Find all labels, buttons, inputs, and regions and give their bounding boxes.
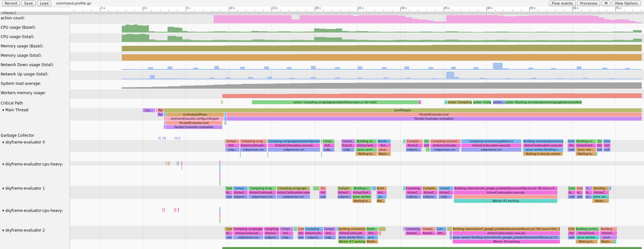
save-button[interactable]: Save [21, 1, 36, 6]
time-ruler[interactable]: -5 s0 s5 s10 s15 s20 s25 s30 s35 s40 s45… [70, 7, 644, 12]
counter-chart-network-up[interactable] [70, 71, 644, 80]
trace-block[interactable]: ActionC... [600, 231, 617, 235]
trace-block[interactable]: Act [597, 144, 602, 147]
trace-block[interactable]: action 'Compiling src/google/protobuf/de… [252, 100, 419, 104]
trace-block[interactable]: Compiling... [264, 227, 279, 231]
track-header-main-thread[interactable]: ▾ Main Thread [2, 108, 28, 112]
trace-block[interactable]: Waitin... [366, 240, 378, 244]
trace-block[interactable] [169, 161, 170, 165]
trace-block[interactable]: Ac... [576, 191, 583, 194]
trace-block[interactable]: Parallel Evaluator evaluation [165, 125, 222, 129]
trace-block[interactable] [179, 137, 180, 140]
trace-block[interactable] [219, 216, 220, 219]
trace-block[interactable]: ActionC... [405, 231, 421, 235]
trace-block[interactable]: Com [226, 186, 233, 190]
trace-block[interactable]: ActionContinuation.execute [461, 144, 521, 147]
trace-block[interactable] [321, 139, 322, 143]
counter-chart-cpu-total[interactable] [70, 33, 644, 43]
trace-block[interactable] [445, 100, 447, 104]
trace-block[interactable]: skyframeExecutor.configureTargets [166, 117, 224, 121]
trace-block[interactable] [225, 227, 225, 231]
trace-block[interactable]: action... [493, 100, 505, 104]
trace-block[interactable]: Co [319, 186, 326, 190]
trace-block[interactable]: subp... [341, 148, 354, 152]
trace-block[interactable]: Compili... [338, 186, 352, 190]
trace-block[interactable]: subproc... [406, 195, 421, 199]
trace-block[interactable]: Act [568, 144, 575, 147]
trace-block[interactable]: subprocess.run [248, 195, 276, 199]
trace-block[interactable] [177, 161, 178, 165]
trace-block[interactable]: subproc... [406, 148, 421, 152]
trace-block[interactable]: Acti... [436, 231, 446, 235]
trace-block[interactable]: Building src/main/java/com/go... [523, 139, 563, 143]
counter-chart-cpu-bazel[interactable] [70, 24, 644, 33]
trace-block[interactable] [219, 165, 220, 171]
track-header-skyframe-evaluator-2[interactable]: ▾ skyframe-evaluator 2 [2, 228, 45, 233]
trace-block[interactable] [224, 117, 226, 121]
trace-block[interactable]: ActionC... [422, 231, 436, 235]
trace-block[interactable]: C... [585, 186, 592, 190]
trace-block[interactable]: sub [576, 195, 583, 199]
trace-block[interactable] [156, 108, 157, 112]
trace-block[interactable]: Act [298, 231, 304, 235]
trace-block[interactable]: buildTargets [164, 108, 642, 112]
trace-block[interactable]: subprocess.run [268, 148, 320, 152]
trace-block[interactable]: Java... [366, 235, 378, 239]
trace-block[interactable] [225, 139, 225, 143]
trace-block[interactable] [174, 208, 175, 212]
trace-block[interactable]: Building external/com_google_protobuf/ja… [453, 227, 560, 231]
trace-block[interactable]: Javac wor... [576, 148, 596, 152]
trace-block[interactable] [379, 227, 386, 231]
trace-block[interactable]: Compiling src/main/cpp/blaze.cc [461, 139, 521, 143]
trace-block[interactable] [219, 180, 220, 185]
trace-block[interactable]: Building external/com_google_protobuf/ja… [454, 186, 557, 190]
trace-block[interactable]: Com [298, 227, 304, 231]
trace-block[interactable]: Acti... [226, 144, 239, 147]
trace-block[interactable] [163, 137, 163, 140]
trace-block[interactable]: Javac... [378, 148, 391, 152]
trace-block[interactable]: Waitin... [378, 152, 391, 156]
trace-block[interactable]: Waiting to... [352, 199, 371, 203]
trace-block[interactable] [178, 208, 179, 212]
trace-block[interactable]: Compiling... [405, 227, 421, 231]
trace-block[interactable]: Com [576, 186, 583, 190]
track-header-skyframe-evaluator-1[interactable]: ▾ skyframe-evaluator 1 [2, 186, 45, 191]
trace-block[interactable] [614, 240, 616, 244]
trace-block[interactable]: Com [568, 227, 575, 231]
trace-block[interactable] [165, 137, 166, 140]
trace-block[interactable] [447, 227, 452, 231]
trace-block[interactable] [181, 161, 182, 165]
trace-block[interactable]: subprocess.run [277, 195, 310, 199]
trace-block[interactable] [225, 113, 226, 116]
trace-block[interactable]: Building... [592, 186, 609, 190]
trace-block[interactable] [160, 137, 160, 140]
trace-block[interactable]: Building s... [352, 186, 371, 190]
trace-block[interactable]: ActionC... [233, 191, 248, 194]
trace-block[interactable]: sub [568, 148, 575, 152]
trace-block[interactable]: Buildin... [378, 139, 391, 143]
trace-block[interactable]: Waiting to borrow worker [523, 152, 563, 156]
trace-block[interactable]: sub [603, 148, 610, 152]
trace-block[interactable]: ActionC... [341, 144, 355, 147]
trace-block[interactable]: Worker #3 working [453, 240, 560, 244]
trace-block[interactable]: subp... [226, 148, 239, 152]
trace-block[interactable]: subproc... [423, 195, 437, 199]
trace-block[interactable] [164, 121, 166, 125]
trace-block[interactable]: Compiling src/core/... [430, 139, 461, 143]
trace-block[interactable] [219, 219, 220, 223]
trace-block[interactable]: Worker #1 working [454, 199, 557, 203]
trace-block[interactable]: Worker #7 working [338, 240, 366, 244]
trace-block[interactable]: Act [603, 144, 610, 147]
trace-block[interactable]: Compiling src/google... [277, 186, 310, 190]
trace-block[interactable]: ActionC... [406, 144, 423, 147]
processes-button[interactable]: Processes [577, 1, 600, 6]
trace-block[interactable] [164, 117, 166, 121]
trace-block[interactable]: ActionConti... [352, 191, 371, 194]
trace-block[interactable]: subproc... [338, 195, 352, 199]
trace-block[interactable] [426, 148, 430, 152]
trace-block[interactable]: Compil... [341, 139, 355, 143]
trace-block[interactable] [159, 137, 159, 140]
trace-block[interactable]: Compiling ... [305, 227, 323, 231]
trace-block[interactable]: sub [226, 195, 233, 199]
trace-block[interactable]: subproc... [264, 235, 279, 239]
